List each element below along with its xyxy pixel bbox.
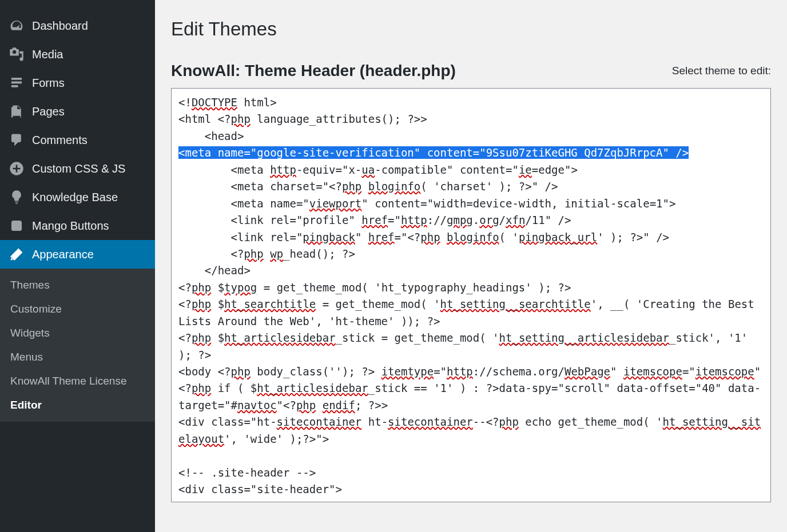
file-heading: KnowAll: Theme Header (header.php) — [171, 62, 456, 80]
main-content: Edit Themes KnowAll: Theme Header (heade… — [155, 0, 787, 532]
select-theme-label: Select theme to edit: — [672, 65, 771, 77]
sidebar-item-label: Media — [32, 48, 63, 61]
sidebar-item-label: Pages — [32, 105, 65, 118]
submenu-item-menus[interactable]: Menus — [0, 345, 155, 369]
pages-icon — [9, 104, 24, 119]
sidebar-item-label: Forms — [32, 77, 65, 90]
admin-sidebar: DashboardMediaFormsPagesCommentsCustom C… — [0, 0, 155, 532]
comments-icon — [9, 133, 24, 147]
sidebar-item-forms[interactable]: Forms — [0, 69, 155, 97]
sidebar-item-kb[interactable]: Knowledge Base — [0, 183, 155, 211]
dashboard-icon — [9, 18, 24, 33]
appearance-submenu: ThemesCustomizeWidgetsMenusKnowAll Theme… — [0, 269, 155, 422]
sidebar-item-label: Custom CSS & JS — [32, 162, 125, 175]
media-icon — [9, 47, 24, 62]
sidebar-item-appearance[interactable]: Appearance — [0, 240, 155, 269]
submenu-item-widgets[interactable]: Widgets — [0, 321, 155, 345]
plus-circle-icon — [9, 161, 24, 176]
code-editor[interactable]: <!DOCTYPE html> <html <?php language_att… — [172, 89, 770, 502]
sidebar-item-customcss[interactable]: Custom CSS & JS — [0, 154, 155, 183]
mango-icon — [9, 218, 24, 233]
sidebar-item-label: Dashboard — [32, 19, 88, 33]
submenu-item-themes[interactable]: Themes — [0, 273, 155, 297]
code-editor-box: <!DOCTYPE html> <html <?php language_att… — [171, 88, 771, 502]
sidebar-item-mango[interactable]: Mango Buttons — [0, 211, 155, 240]
sidebar-item-label: Knowledge Base — [32, 191, 118, 204]
sidebar-item-label: Appearance — [32, 248, 94, 261]
svg-rect-0 — [11, 221, 22, 231]
sidebar-item-label: Mango Buttons — [32, 219, 109, 233]
lightbulb-icon — [9, 190, 24, 205]
sidebar-item-dashboard[interactable]: Dashboard — [0, 11, 155, 40]
forms-icon — [9, 75, 24, 90]
sidebar-item-pages[interactable]: Pages — [0, 97, 155, 126]
submenu-item-customize[interactable]: Customize — [0, 297, 155, 321]
sidebar-item-media[interactable]: Media — [0, 40, 155, 69]
selected-meta-tag: <meta name="google-site-verification" co… — [178, 146, 689, 159]
submenu-item-license[interactable]: KnowAll Theme License — [0, 369, 155, 393]
brush-icon — [9, 247, 24, 262]
sidebar-item-comments[interactable]: Comments — [0, 126, 155, 154]
submenu-item-editor[interactable]: Editor — [0, 393, 155, 417]
page-title: Edit Themes — [171, 18, 771, 40]
sidebar-item-label: Comments — [32, 134, 88, 147]
